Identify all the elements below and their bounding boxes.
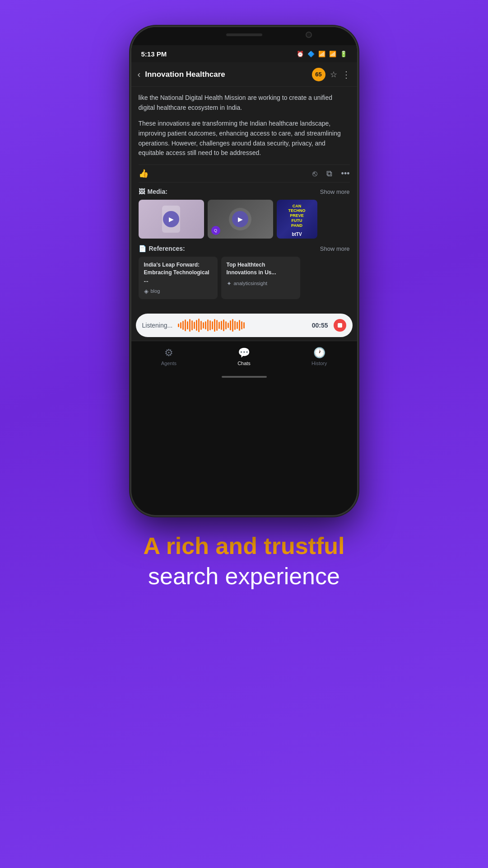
nav-chats[interactable]: 💬 Chats xyxy=(206,347,282,366)
wave-bar xyxy=(243,322,245,328)
bottom-nav: ⚙ Agents 💬 Chats 🕐 History xyxy=(131,341,357,372)
bluetooth-icon: 🔷 xyxy=(307,51,315,57)
wave-bar xyxy=(194,322,195,329)
alarm-icon: ⏰ xyxy=(297,51,304,57)
home-indicator xyxy=(131,372,357,381)
home-bar xyxy=(222,376,267,378)
star-button[interactable]: ☆ xyxy=(330,70,337,80)
chats-label: Chats xyxy=(237,361,251,366)
front-camera xyxy=(306,32,312,38)
references-show-more[interactable]: Show more xyxy=(320,245,350,252)
score-badge: 65 xyxy=(312,68,325,81)
wave-bar xyxy=(241,321,242,329)
ref-title-1: India's Leap Forward: Embracing Technolo… xyxy=(144,261,212,284)
wave-bar xyxy=(212,321,213,329)
signal-icon: 📶 xyxy=(329,51,336,57)
copy-button[interactable]: ⧉ xyxy=(326,169,332,178)
wave-bar xyxy=(191,320,193,330)
phone-device: 5:13 PM ⏰ 🔷 📶 📶 🔋 ‹ Innovation Healthcar… xyxy=(131,27,357,515)
wave-bar xyxy=(182,321,184,330)
action-row: 👍 ⎋ ⧉ ••• xyxy=(139,164,350,183)
ref-card-2[interactable]: Top Healthtech Innovations in Us... ✦ an… xyxy=(221,257,300,299)
wave-bar xyxy=(234,321,236,330)
wave-bar xyxy=(216,320,218,331)
content-text-2: These innovations are transforming the I… xyxy=(139,119,350,158)
phone-speaker xyxy=(226,33,262,36)
tagline-sub: search experience xyxy=(144,563,345,590)
history-icon: 🕐 xyxy=(313,347,325,359)
status-bar: 5:13 PM ⏰ 🔷 📶 📶 🔋 xyxy=(131,45,357,62)
history-label: History xyxy=(311,361,327,366)
wave-bar xyxy=(232,319,233,332)
more-button[interactable]: ••• xyxy=(341,169,350,178)
wave-bar xyxy=(230,320,231,330)
like-button[interactable]: 👍 xyxy=(139,169,149,178)
battery-icon: 🔋 xyxy=(340,51,347,57)
media-icon: 🖼 xyxy=(139,188,145,195)
tagline-rich: A rich and trustful xyxy=(144,533,345,559)
wave-bar xyxy=(237,322,238,329)
wifi-icon: 📶 xyxy=(318,51,325,57)
wave-bar xyxy=(221,321,222,330)
media-label: 🖼 Media: xyxy=(139,188,167,195)
media-thumb-3[interactable]: CANTECHNOPREVEFUTUPAND btTV xyxy=(277,200,317,239)
references-icon: 📄 xyxy=(139,245,146,252)
wave-bar xyxy=(228,323,229,328)
status-time: 5:13 PM xyxy=(141,50,167,58)
tagline-main: A rich and trustful xyxy=(144,533,345,559)
ref-card-1[interactable]: India's Leap Forward: Embracing Technolo… xyxy=(139,257,218,299)
score-value: 65 xyxy=(315,71,321,78)
ref-icon-1: ◈ xyxy=(144,288,149,295)
wave-bar xyxy=(225,321,227,329)
share-button[interactable]: ⎋ xyxy=(312,169,317,178)
references-section-header: 📄 References: Show more xyxy=(139,245,350,252)
thumb-3-logo: btTV xyxy=(292,232,302,237)
references-row: India's Leap Forward: Embracing Technolo… xyxy=(139,257,350,299)
agents-icon: ⚙ xyxy=(164,347,173,359)
wave-bar xyxy=(223,319,224,331)
media-row: ▶ Q ▶ CANTECHNOPREVEFUT xyxy=(139,200,350,239)
wave-bar xyxy=(209,320,211,330)
phone-notch xyxy=(131,27,357,45)
ref-source-2: ✦ analyticsinsight xyxy=(227,280,295,287)
header-title: Innovation Healthcare xyxy=(145,70,307,79)
wave-bar xyxy=(198,319,200,332)
wave-bar xyxy=(214,319,215,332)
app-content: like the National Digital Health Mission… xyxy=(131,87,357,381)
stop-button[interactable] xyxy=(334,319,346,332)
status-icons: ⏰ 🔷 📶 📶 🔋 xyxy=(297,51,347,57)
wave-bar xyxy=(239,320,240,331)
ref-icon-2: ✦ xyxy=(227,280,232,287)
ref-title-2: Top Healthtech Innovations in Us... xyxy=(227,261,295,277)
media-thumb-2[interactable]: Q ▶ xyxy=(208,200,273,239)
tagline-section: A rich and trustful search experience xyxy=(116,533,372,590)
waveform xyxy=(178,319,306,332)
media-thumb-1[interactable]: ▶ xyxy=(139,200,204,239)
nav-history[interactable]: 🕐 History xyxy=(282,347,357,366)
wave-bar xyxy=(203,322,204,328)
back-button[interactable]: ‹ xyxy=(138,69,141,80)
listening-bar[interactable]: Listening... 00:55 xyxy=(136,314,353,337)
wave-bar xyxy=(196,320,197,331)
wave-bar xyxy=(207,319,209,331)
menu-button[interactable]: ⋮ xyxy=(342,69,351,80)
phone-screen: 5:13 PM ⏰ 🔷 📶 📶 🔋 ‹ Innovation Healthcar… xyxy=(131,27,357,515)
agents-label: Agents xyxy=(161,361,177,366)
play-btn-2[interactable]: ▶ xyxy=(232,211,248,227)
nav-agents[interactable]: ⚙ Agents xyxy=(131,347,207,366)
references-label: 📄 References: xyxy=(139,245,185,252)
listening-text: Listening... xyxy=(142,322,173,329)
chats-icon: 💬 xyxy=(238,347,250,359)
wave-bar xyxy=(200,321,202,330)
ref-source-1: ◈ blog xyxy=(144,288,212,295)
media-show-more[interactable]: Show more xyxy=(320,188,350,195)
wave-bar xyxy=(185,319,186,331)
wave-bar xyxy=(189,319,191,332)
thumb-channel-icon: Q xyxy=(211,226,220,235)
app-header: ‹ Innovation Healthcare 65 ☆ ⋮ xyxy=(131,62,357,87)
play-btn-1[interactable]: ▶ xyxy=(163,211,179,227)
wave-bar xyxy=(187,321,188,329)
content-text-1: like the National Digital Health Mission… xyxy=(139,93,350,113)
wave-bar xyxy=(178,324,179,327)
wave-bar xyxy=(218,322,220,329)
